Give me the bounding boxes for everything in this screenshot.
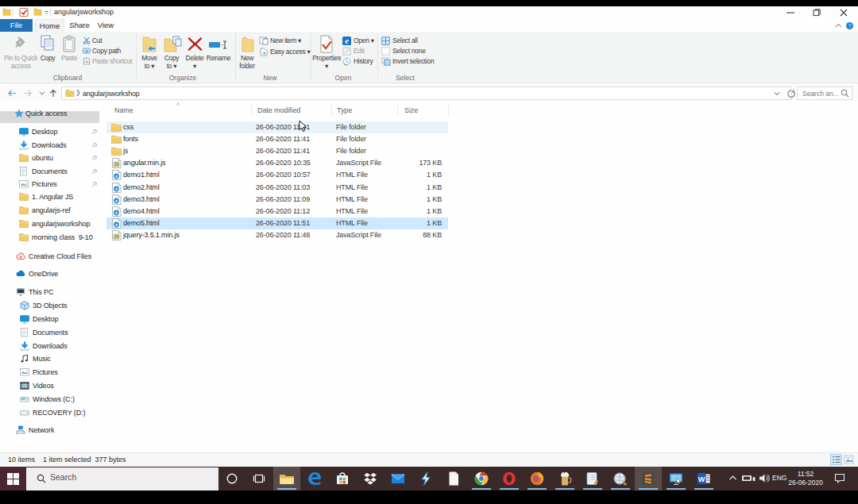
- svg-text:e: e: [115, 174, 118, 180]
- svg-text:e: e: [115, 221, 118, 228]
- svg-text:?: ?: [848, 23, 852, 29]
- svg-text:e: e: [345, 37, 349, 45]
- svg-text:W: W: [698, 475, 705, 483]
- svg-text:e: e: [115, 210, 118, 216]
- svg-text:JS: JS: [114, 235, 120, 239]
- svg-text:w: w: [85, 48, 88, 53]
- svg-text:e: e: [115, 186, 118, 192]
- svg-text:e: e: [115, 198, 118, 204]
- svg-text:JS: JS: [114, 163, 120, 167]
